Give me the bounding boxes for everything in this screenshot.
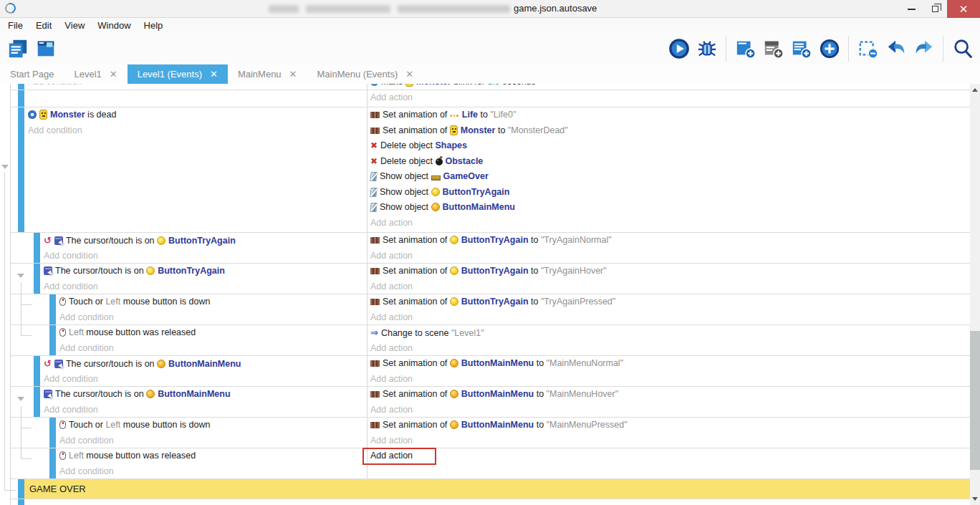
- toolbar-redo-button[interactable]: [912, 35, 936, 62]
- event-action-line[interactable]: Show object ButtonMainMenu: [370, 200, 970, 216]
- add-action-placeholder[interactable]: Add action: [370, 343, 413, 353]
- tab-level1[interactable]: Level1✕: [64, 64, 127, 84]
- toolbar-add-event-button[interactable]: [734, 35, 757, 62]
- tab-close-icon[interactable]: ✕: [405, 69, 413, 80]
- add-condition-placeholder[interactable]: Add condition: [44, 251, 98, 261]
- conditions-cell[interactable]: Left mouse button was releasedAdd condit…: [11, 448, 368, 478]
- toolbar-project-manager-button[interactable]: [6, 35, 29, 62]
- tab-mainmenu[interactable]: MainMenu✕: [228, 64, 307, 84]
- add-condition-placeholder[interactable]: Add condition: [59, 466, 114, 476]
- add-action-placeholder[interactable]: Add action: [370, 251, 413, 261]
- add-condition-placeholder[interactable]: Add condition: [44, 374, 98, 384]
- conditions-cell[interactable]: ↺The cursor/touch is on ButtonMainMenuAd…: [11, 356, 368, 386]
- actions-cell[interactable]: Set animation of ButtonMainMenu to "Main…: [368, 418, 970, 448]
- event-condition-line[interactable]: The cursor/touch is on ButtonMainMenu: [44, 387, 367, 403]
- event-condition-line[interactable]: ↺The cursor/touch is on ButtonMainMenu: [44, 356, 367, 372]
- add-action-placeholder[interactable]: Add action: [370, 374, 413, 384]
- collapse-arrow-icon[interactable]: [17, 274, 24, 278]
- comment-row[interactable]: GAME OVER: [11, 479, 970, 499]
- tab-mainmenu-events-[interactable]: MainMenu (Events)✕: [307, 64, 424, 84]
- tab-level1-events-[interactable]: Level1 (Events)✕: [128, 64, 228, 84]
- event-action-line[interactable]: Set animation of ButtonTryAgain to "TryA…: [370, 233, 970, 249]
- event-condition-line[interactable]: The cursor/touch is on ButtonTryAgain: [44, 264, 367, 279]
- actions-cell[interactable]: Set animation of ButtonTryAgain to "TryA…: [368, 294, 970, 324]
- menu-file[interactable]: File: [1, 20, 29, 31]
- actions-cell[interactable]: Add action: [368, 448, 970, 478]
- event-action-line[interactable]: Set animation of ButtonTryAgain to "TryA…: [370, 264, 970, 279]
- conditions-cell[interactable]: The cursor/touch is on ButtonMainMenuAdd…: [11, 387, 368, 417]
- toolbar-add-subevent-button[interactable]: [789, 35, 813, 62]
- close-button[interactable]: ✕: [947, 0, 980, 18]
- add-condition-placeholder[interactable]: Add condition: [28, 84, 82, 87]
- event-action-line[interactable]: Set animation of Monster to "MonsterDead…: [370, 123, 970, 139]
- object-name: ButtonMainMenu: [443, 202, 515, 212]
- toolbar-remove-selection-button[interactable]: [856, 35, 880, 62]
- menu-help[interactable]: Help: [138, 20, 170, 31]
- toolbar-search-button[interactable]: [951, 35, 974, 62]
- actions-cell[interactable]: ⇒Change to scene "Level1"Add action: [368, 325, 970, 355]
- add-condition-placeholder[interactable]: Add condition: [59, 312, 114, 322]
- menu-window[interactable]: Window: [91, 20, 137, 31]
- vertical-scrollbar[interactable]: [970, 84, 980, 505]
- toolbar-debug-button[interactable]: [695, 35, 719, 62]
- conditions-cell[interactable]: Touch or Left mouse button is downAdd co…: [11, 294, 368, 324]
- conditions-cell[interactable]: Left mouse button was releasedAdd condit…: [11, 325, 368, 355]
- event-action-line[interactable]: Set animation of ButtonTryAgain to "TryA…: [370, 294, 970, 310]
- add-action-placeholder[interactable]: Add action: [370, 92, 413, 102]
- tab-close-icon[interactable]: ✕: [210, 69, 218, 80]
- event-action-line[interactable]: Show object GameOver: [370, 169, 970, 185]
- toolbar-add-new-button[interactable]: [817, 35, 841, 62]
- event-action-line[interactable]: Set animation of Life to "Life0": [370, 107, 970, 123]
- add-action-placeholder[interactable]: Add action: [370, 312, 413, 322]
- add-condition-placeholder[interactable]: Add condition: [28, 125, 82, 135]
- event-condition-line[interactable]: Left mouse button was released: [59, 448, 367, 464]
- actions-cell[interactable]: Set animation of ButtonMainMenu to "Main…: [368, 387, 970, 417]
- collapse-arrow-icon[interactable]: [1, 165, 9, 169]
- event-condition-line[interactable]: ↺The cursor/touch is on ButtonTryAgain: [44, 233, 367, 249]
- collapse-arrow-icon[interactable]: [17, 397, 24, 401]
- event-action-line[interactable]: ✖Delete object Obstacle: [370, 154, 970, 170]
- scroll-down-button[interactable]: [972, 497, 978, 501]
- conditions-cell[interactable]: ↺The cursor/touch is on ButtonTryAgainAd…: [11, 233, 368, 263]
- toolbar-add-comment-button[interactable]: [762, 35, 785, 62]
- menu-view[interactable]: View: [58, 20, 91, 31]
- event-condition-line[interactable]: Monster is dead: [28, 107, 367, 123]
- tab-start-page[interactable]: Start Page: [0, 64, 64, 84]
- add-condition-placeholder[interactable]: Add condition: [44, 282, 98, 292]
- tab-close-icon[interactable]: ✕: [110, 69, 117, 80]
- add-condition-placeholder[interactable]: Add condition: [59, 343, 114, 353]
- add-action-placeholder[interactable]: Add action: [370, 436, 413, 446]
- scroll-thumb[interactable]: [970, 331, 980, 470]
- event-condition-line[interactable]: Touch or Left mouse button is down: [59, 294, 367, 310]
- toolbar-undo-button[interactable]: [884, 35, 908, 62]
- minimize-button[interactable]: [900, 0, 923, 18]
- add-action-placeholder[interactable]: Add action: [370, 405, 413, 415]
- actions-cell[interactable]: Set animation of ButtonMainMenu to "Main…: [368, 356, 970, 386]
- event-condition-line[interactable]: Touch or Left mouse button is down: [59, 418, 367, 433]
- tab-close-icon[interactable]: ✕: [289, 69, 297, 80]
- actions-cell[interactable]: Set animation of Life to "Life0"Set anim…: [368, 107, 970, 232]
- event-action-line[interactable]: ⇒Change to scene "Level1": [370, 325, 970, 341]
- event-action-line[interactable]: Show object ButtonTryAgain: [370, 185, 970, 201]
- restore-button[interactable]: [923, 0, 947, 18]
- add-action-placeholder[interactable]: Add action: [370, 218, 413, 228]
- scroll-up-button[interactable]: [972, 88, 978, 92]
- conditions-cell[interactable]: The cursor/touch is on ButtonTryAgainAdd…: [11, 264, 368, 294]
- event-action-line[interactable]: Set animation of ButtonMainMenu to "Main…: [370, 387, 970, 403]
- toolbar-start-page-button[interactable]: [34, 35, 57, 62]
- event-condition-line[interactable]: Left mouse button was released: [59, 325, 367, 341]
- add-condition-placeholder[interactable]: Add condition: [59, 436, 114, 446]
- event-action-line[interactable]: Set animation of ButtonMainMenu to "Main…: [370, 418, 970, 433]
- menu-edit[interactable]: Edit: [29, 20, 58, 31]
- event-action-line[interactable]: Set animation of ButtonMainMenu to "Main…: [370, 356, 970, 372]
- conditions-cell[interactable]: Touch or Left mouse button is downAdd co…: [11, 418, 368, 448]
- actions-cell[interactable]: Make Monster blink for 1.5 secondsAdd ac…: [368, 84, 970, 107]
- actions-cell[interactable]: Set animation of ButtonTryAgain to "TryA…: [368, 233, 970, 263]
- conditions-cell[interactable]: Monster is deadAdd condition: [11, 107, 368, 232]
- add-condition-placeholder[interactable]: Add condition: [44, 405, 98, 415]
- event-action-line[interactable]: ✖Delete object Shapes: [370, 138, 970, 154]
- conditions-cell[interactable]: Add condition: [11, 84, 368, 107]
- toolbar-play-button[interactable]: [667, 35, 691, 62]
- add-action-placeholder[interactable]: Add action: [370, 282, 413, 292]
- actions-cell[interactable]: Set animation of ButtonTryAgain to "TryA…: [368, 264, 970, 294]
